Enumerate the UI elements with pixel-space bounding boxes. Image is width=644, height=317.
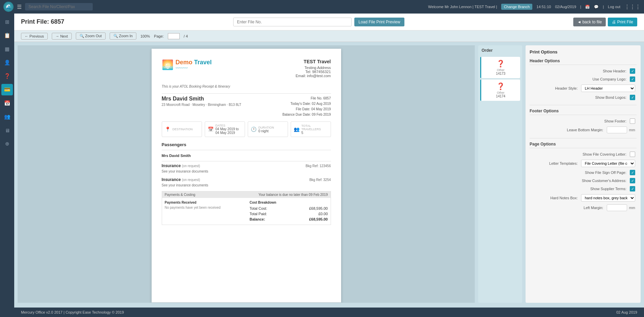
bottom-margin-row: Leave Bottom Margin: 20 mm [530,127,637,133]
order-panel: Order ❓ Other 14173 ❓ Other 14174 [478,45,522,303]
divider2 [162,150,331,150]
zoom-out-button[interactable]: 🔍 Zoom Out [76,32,106,40]
show-sign-off-row: Show File Sign Off Page: ✓ [530,170,637,175]
main-content: Print File: 6857 Load File Print Preview… [14,14,644,317]
booking-2-desc: See your insurance documents [162,183,331,187]
divider-footer-page [530,138,637,138]
sidebar-item-calendar[interactable]: 📅 [1,97,13,109]
hard-notes-box-select[interactable]: hard notes box, grey backgrou [581,194,635,202]
header-bar: Print File: 6857 Load File Print Preview… [14,14,644,30]
hamburger-icon[interactable]: ☰ [17,4,22,10]
info-box-duration: 🕐 Duration 0 night [248,121,288,137]
booking-1-desc: See your insurance documents [162,169,331,173]
dates-label: Dates [216,124,242,127]
show-covering-letter-control [630,152,635,157]
booking-1-row: Insurance (on request) Bkg Ref: 123456 [162,163,331,168]
show-customer-address-control: ✓ [630,178,635,183]
logo-demo: Demo [176,59,193,66]
logo-travel: Travel [193,59,212,66]
header-actions: ◄ back to file 🖨 Print File [573,18,637,26]
hard-notes-box-control: hard notes box, grey backgrou [581,194,635,202]
booking-1-ref: Bkg Ref: 123456 [306,164,331,168]
hard-notes-box-row: Hard Notes Box: hard notes box, grey bac… [530,194,637,202]
change-branch-button[interactable]: Change Branch [501,4,532,10]
next-button[interactable]: → Next [52,33,72,40]
order-item-1[interactable]: ❓ Other 14174 [480,80,520,101]
back-to-file-button[interactable]: ◄ back to file [573,18,606,26]
booking-2-row: Insurance (on request) Bkg Ref: 3254 [162,177,331,182]
page-options-section: Page Options Show File Covering Letter: … [530,142,637,211]
balance-value: £68,595.00 [309,217,328,221]
toolbar: ← Previous → Next 🔍 Zoom Out 🔍 Zoom In 1… [14,30,644,42]
page-total: / 4 [184,34,188,38]
dates-icon: 📅 [208,127,214,132]
todays-date: Today's Date: 02 Aug 2019 [283,101,331,107]
nav-date: 02/Aug/2019 [555,5,576,9]
print-file-button[interactable]: 🖨 Print File [608,18,637,26]
show-customer-address-checkbox[interactable]: ✓ [630,178,635,183]
show-supplier-terms-label: Show Supplier Terms: [531,187,630,191]
left-margin-unit: mm [629,206,635,210]
sidebar-item-grid[interactable]: ▦ [1,43,13,55]
letter-templates-select[interactable]: File Covering Letter (file coverir [581,160,635,167]
load-preview-button[interactable]: Load File Print Preview [354,18,404,26]
icon-calendar: 📅 [585,5,590,9]
show-sign-off-label: Show File Sign Off Page: [531,171,630,175]
show-bond-logos-label: Show Bond Logos: [531,95,630,99]
payments-costing-label: Payments & Costing [165,193,196,197]
sidebar-item-users[interactable]: 👥 [1,111,13,122]
atol-text: This is your ATOL Booking Receipt & Itin… [162,85,331,88]
welcome-text: Welcome Mr John Lennon | TEST Travel | [428,5,497,9]
sidebar-item-help[interactable]: ❓ [1,70,13,82]
show-footer-control [630,118,635,124]
show-bond-logos-checkbox[interactable]: ✓ [630,95,635,100]
header-style-control: LH Header Center Header RH Header [581,85,635,92]
client-address: 23 Moorcroft Road · Moseley · Birmingham… [162,103,241,107]
footer-options-title: Footer Options [530,109,637,115]
sidebar-item-dashboard[interactable]: ⊞ [1,16,13,28]
order-item-1-num: 14174 [484,94,517,98]
sidebar-item-screen[interactable]: 🖥 [1,124,13,136]
balance-due-notice: Your balance is due no later than 09 Feb… [259,193,328,197]
header-style-select[interactable]: LH Header Center Header RH Header [581,85,635,92]
file-number-input[interactable] [233,18,352,26]
show-covering-letter-checkbox[interactable] [630,152,635,157]
company-tel: Tel: 987456321 [295,70,331,74]
order-item-0[interactable]: ❓ Other 14173 [480,57,520,78]
total-paid-label: Total Paid: [250,212,267,216]
dates-value: 04 May 2019 to 04 May 2019 [216,127,242,135]
show-header-checkbox[interactable]: ✓ [630,68,635,74]
divider2: | [603,5,604,9]
zoom-in-button[interactable]: 🔍 Zoom In [110,32,136,40]
logout-link[interactable]: Log out [608,5,620,9]
booking-1: Insurance (on request) Bkg Ref: 123456 S… [162,163,331,173]
print-options-panel: Print Options Header Options Show Header… [526,45,641,303]
show-supplier-terms-checkbox[interactable]: ✓ [630,186,635,191]
divider [162,93,331,94]
apps-grid-icon[interactable]: ⋮⋮⋮ [624,4,641,10]
search-input[interactable] [25,3,93,10]
document-panel[interactable]: 🌅 Demo Travel 〰〰〰 [18,45,475,303]
sidebar-item-files[interactable]: 📋 [1,30,13,41]
previous-button[interactable]: ← Previous [21,33,48,40]
destination-content: Destination [173,128,193,131]
use-company-logo-checkbox[interactable]: ✓ [630,76,635,82]
sidebar-item-add[interactable]: ⊕ [1,138,13,150]
letter-templates-label: Letter Templates: [531,161,581,165]
page-options-title: Page Options [530,142,637,148]
cost-row-paid: Total Paid: £0.00 [250,211,328,217]
page-input[interactable]: 1 [168,33,180,39]
show-footer-checkbox[interactable] [630,118,635,124]
document: 🌅 Demo Travel 〰〰〰 [152,49,341,302]
logo-text-group: Demo Travel 〰〰〰 [176,59,212,71]
show-sign-off-checkbox[interactable]: ✓ [630,170,635,175]
bottom-margin-input[interactable]: 20 [607,127,627,133]
use-company-logo-control: ✓ [630,76,635,82]
sidebar-item-payments[interactable]: 💳 [1,84,13,95]
footer-options-section: Footer Options Show Footer: Leave Bottom… [530,109,637,133]
file-no: File No. 6857 [283,96,331,101]
show-footer-row: Show Footer: [530,118,637,124]
left-margin-input[interactable]: 5 [607,204,627,211]
page-title: Print File: 6857 [21,18,64,25]
sidebar-item-clients[interactable]: 👤 [1,57,13,68]
